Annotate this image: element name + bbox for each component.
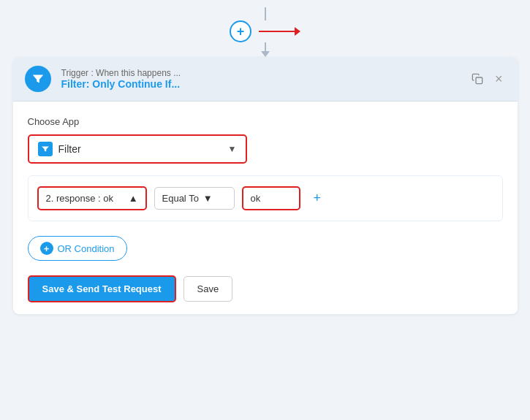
or-condition-plus-icon: + [40, 242, 53, 255]
right-arrow-indicator [259, 27, 300, 36]
choose-app-dropdown[interactable]: Filter ▼ [28, 134, 247, 164]
connector-line-top [265, 7, 266, 20]
top-connector: + [0, 0, 530, 57]
condition-field-dropdown[interactable]: 2. response : ok ▲ [37, 186, 147, 210]
add-node-button[interactable]: + [230, 20, 251, 42]
trigger-header: Trigger : When this happens ... Filter: … [13, 57, 518, 102]
copy-button[interactable] [469, 70, 486, 88]
close-button[interactable]: × [492, 69, 506, 90]
trigger-funnel-icon [25, 66, 51, 92]
save-test-button[interactable]: Save & Send Test Request [28, 275, 176, 302]
card-body: Choose App Filter ▼ 2. response : ok ▲ [13, 102, 518, 314]
trigger-title-highlight: Only Continue If... [89, 78, 180, 90]
svg-rect-0 [476, 77, 482, 84]
filter-app-icon [38, 142, 53, 156]
condition-section: 2. response : ok ▲ Equal To ▼ ok + [28, 175, 503, 221]
choose-app-label: Choose App [28, 116, 503, 127]
condition-value-input[interactable]: ok [242, 186, 300, 210]
trigger-text-block: Trigger : When this happens ... Filter: … [61, 68, 458, 90]
trigger-actions: × [469, 69, 506, 90]
trigger-title: Filter: Only Continue If... [61, 78, 458, 90]
connector-line-bottom [265, 42, 266, 51]
choose-app-value: Filter [58, 143, 222, 155]
condition-row: 2. response : ok ▲ Equal To ▼ ok + [37, 186, 493, 210]
condition-operator-value: Equal To [162, 193, 199, 204]
arrow-down-indicator [261, 51, 270, 57]
condition-field-value: 2. response : ok [46, 193, 124, 204]
condition-operator-arrow: ▼ [203, 193, 213, 204]
trigger-title-prefix: Filter: [61, 78, 90, 90]
condition-operator-dropdown[interactable]: Equal To ▼ [154, 187, 235, 210]
or-condition-button[interactable]: + OR Condition [28, 236, 127, 261]
main-card: Trigger : When this happens ... Filter: … [13, 57, 518, 314]
add-btn-row: + [230, 20, 300, 42]
trigger-subtitle: Trigger : When this happens ... [61, 68, 458, 78]
footer-buttons: Save & Send Test Request Save [28, 275, 503, 302]
save-button[interactable]: Save [183, 276, 233, 302]
add-condition-button[interactable]: + [308, 188, 328, 209]
choose-app-arrow: ▼ [228, 144, 237, 154]
condition-field-arrow: ▲ [129, 193, 138, 204]
or-condition-label: OR Condition [58, 243, 115, 254]
